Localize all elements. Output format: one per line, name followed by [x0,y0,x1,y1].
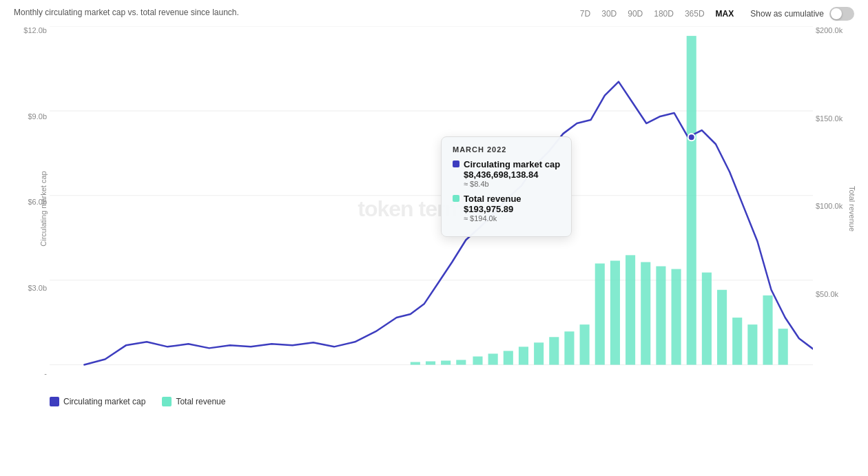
svg-rect-25 [717,290,727,365]
svg-rect-28 [763,296,772,365]
y-label-right: Total revenue [848,186,856,231]
y-right-tick: $200.0k [816,26,854,34]
svg-rect-5 [411,362,420,365]
main-svg: May 2019 Sep 2019 Jan 2020 May 2020 Sep … [50,26,813,366]
time-tab-365d[interactable]: 365D [682,8,707,20]
legend-item-revenue: Total revenue [162,397,225,406]
top-controls: Monthly circulating market cap vs. total… [14,7,854,21]
svg-rect-29 [778,329,788,364]
time-tab-max[interactable]: MAX [713,8,737,20]
svg-rect-21 [656,267,665,365]
svg-rect-26 [732,318,742,364]
toggle-knob [831,8,842,19]
time-tab-90d[interactable]: 90D [625,8,645,20]
svg-rect-9 [473,356,482,364]
cumulative-label: Show as cumulative [750,9,824,19]
legend-swatch-mcap [50,397,59,406]
svg-rect-7 [441,361,451,365]
svg-point-30 [688,134,695,141]
svg-rect-14 [549,337,559,364]
time-tab-30d[interactable]: 30D [599,8,619,20]
y-left-tick: - [14,369,47,377]
svg-rect-23 [687,36,696,364]
legend: Circulating market cap Total revenue [14,397,854,406]
svg-rect-17 [595,263,605,364]
svg-rect-8 [456,360,466,364]
legend-label-revenue: Total revenue [176,397,225,406]
y-label-left: Circulating market cap [39,171,48,246]
svg-rect-6 [426,362,435,365]
time-tab-7d[interactable]: 7D [577,8,593,20]
y-left-tick: $3.0b [14,284,47,292]
svg-rect-10 [488,353,498,364]
svg-rect-16 [580,324,590,364]
svg-rect-18 [610,260,620,364]
svg-rect-24 [702,273,712,365]
legend-item-mcap: Circulating market cap [50,397,145,406]
chart-container: Monthly circulating market cap vs. total… [0,0,868,476]
chart-subtitle: Monthly circulating market cap vs. total… [14,8,239,17]
svg-rect-22 [672,269,681,365]
svg-rect-12 [519,346,528,364]
svg-rect-27 [747,324,757,364]
y-right-tick: $150.0k [816,114,854,123]
y-right-tick: $50.0k [816,290,854,298]
time-tabs: 7D30D90D180D365DMAX [577,8,736,20]
svg-rect-15 [564,331,574,364]
legend-swatch-revenue [162,397,172,406]
time-tab-180d[interactable]: 180D [651,8,676,20]
svg-rect-13 [534,342,544,364]
svg-rect-11 [504,351,513,364]
toggle-switch[interactable] [829,7,854,21]
chart-area: $12.0b$9.0b$6.0b$3.0b- Circulating marke… [14,26,854,391]
svg-rect-19 [626,255,635,364]
y-left-tick: $12.0b [14,26,47,34]
legend-label-mcap: Circulating market cap [63,397,145,406]
y-left-tick: $9.0b [14,112,47,121]
svg-rect-20 [641,262,650,364]
cumulative-toggle[interactable]: Show as cumulative [750,7,854,21]
